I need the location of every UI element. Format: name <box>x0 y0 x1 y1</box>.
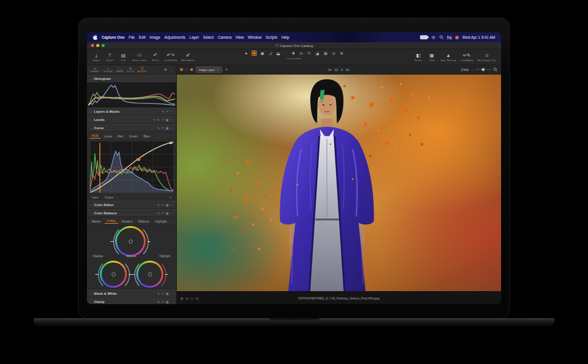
copy-icon[interactable]: ▦ <box>166 126 169 130</box>
exposure-warning-button[interactable]: ▲ Exp. Warning <box>441 53 456 62</box>
undo-redo-button[interactable]: ↶↷ Undo/Redo <box>164 53 177 62</box>
menu-item[interactable]: File <box>129 35 135 39</box>
proof-view-icon[interactable]: ▣ <box>190 68 193 72</box>
more-icon[interactable]: ⋯ <box>170 211 173 215</box>
zoom-level[interactable]: 176% <box>461 68 469 72</box>
select-tool[interactable]: ➤ <box>244 50 249 56</box>
clone-tool[interactable]: ⊙ <box>298 50 304 56</box>
close-window-button[interactable] <box>91 44 94 47</box>
panel-color-balance-header[interactable]: ⌄ Color Balance ✎↶▦⋯ <box>87 209 176 217</box>
zoom-slider-knob[interactable] <box>482 68 485 71</box>
control-center-icon[interactable] <box>447 36 452 39</box>
multi-view-icon[interactable]: ▦ <box>180 68 183 72</box>
compare-icon[interactable]: ◫ <box>190 296 193 300</box>
linear-gradient-tool[interactable]: ▤ <box>322 50 328 56</box>
menu-item[interactable]: Layer <box>190 35 199 39</box>
more-icon[interactable]: ⋯ <box>170 126 173 130</box>
add-layer-button[interactable]: + <box>226 68 228 72</box>
menu-item[interactable]: Image <box>150 35 160 39</box>
brush-icon[interactable]: ✎ <box>157 211 160 215</box>
info-icon[interactable]: ▥ <box>196 296 199 300</box>
zoom-slider[interactable] <box>476 69 491 70</box>
copy-icon[interactable]: ▦ <box>166 203 169 207</box>
reset-button[interactable]: ↶ Reset <box>151 53 160 62</box>
keystone-tool[interactable]: ⬓ <box>275 50 281 56</box>
tab-adjust[interactable]: ☰ ADJUST <box>137 67 147 73</box>
tab-shape[interactable]: ⬚ SHAPE <box>116 67 124 73</box>
share-online-button[interactable]: ⚇ Share online <box>132 53 147 62</box>
curve-chart[interactable] <box>89 140 174 193</box>
panel-clarity-header[interactable]: › Clarity ✎↶▦⋯ <box>87 298 176 304</box>
reset-icon[interactable]: ↶ <box>162 203 164 207</box>
thumb-view-icon[interactable]: ▦ <box>180 296 183 300</box>
reset-icon[interactable]: ↶ <box>162 118 164 122</box>
panel-layers-header[interactable]: › Layers & Masks ✎↶⋯ <box>87 107 176 116</box>
copy-icon[interactable]: ▦ <box>166 211 169 215</box>
color-balance-tab[interactable]: 3-Way <box>105 218 118 224</box>
reset-icon[interactable]: ↶ <box>162 211 164 215</box>
more-icon[interactable]: ⋯ <box>170 292 173 295</box>
panel-black-white-header[interactable]: › Black & White ✎↶▦⋯ <box>87 289 176 298</box>
copy-icon[interactable]: ▦ <box>166 300 169 304</box>
menu-item[interactable]: Select <box>203 35 214 39</box>
panel-curve-header[interactable]: ⌄ Curve ✎↶▦⋯ <box>87 124 176 132</box>
reset-icon[interactable]: ↶ <box>162 292 164 295</box>
wheel-center-handle[interactable] <box>148 272 152 277</box>
before-button[interactable]: ◧ Before <box>414 53 423 62</box>
brush-icon[interactable]: ✎ <box>157 203 160 207</box>
zoom-window-button[interactable] <box>102 44 105 47</box>
highlight-color-wheel[interactable] <box>136 261 163 288</box>
curve-channel-tab[interactable]: Green <box>127 134 140 139</box>
menu-item[interactable]: Edit <box>139 35 146 39</box>
curve-channel-tab[interactable]: Luma <box>102 134 114 139</box>
expand-tabs-icon[interactable]: » <box>164 67 167 72</box>
more-icon[interactable]: ⋯ <box>170 203 173 207</box>
menu-item[interactable]: Help <box>281 35 289 39</box>
apple-menu-icon[interactable] <box>93 35 98 40</box>
photo-viewer[interactable] <box>177 75 501 292</box>
tab-library[interactable]: ▱ LIBRARY <box>90 67 100 73</box>
brush-icon[interactable]: ✎ <box>157 118 160 122</box>
panel-color-editor-header[interactable]: › Color Editor ✎↶▦⋯ <box>87 201 176 209</box>
curve-channel-tab[interactable]: Red <box>115 134 126 139</box>
cull-button[interactable]: ▤ Cull <box>119 53 128 62</box>
menu-item[interactable]: Camera <box>218 35 231 39</box>
brush-icon[interactable]: ✎ <box>157 126 160 130</box>
curve-channel-tab[interactable]: RGB <box>89 133 100 139</box>
midtone-color-wheel[interactable] <box>115 226 146 257</box>
more-icon[interactable]: ⋯ <box>170 300 173 304</box>
my-capture-one-button[interactable]: ☺ My Capture One <box>478 53 496 62</box>
wheel-center-handle[interactable] <box>129 240 133 244</box>
color-balance-tab[interactable]: Master <box>89 219 103 224</box>
radial-gradient-tool[interactable]: ◎ <box>331 50 337 56</box>
menu-item[interactable]: Window <box>248 35 261 39</box>
brush-icon[interactable]: ✎ <box>157 300 160 304</box>
layer-selector[interactable]: Image Layer ⇕ <box>196 66 222 73</box>
straighten-tool[interactable]: ◿ <box>268 50 273 56</box>
heal-tool[interactable]: ✚ <box>291 50 296 56</box>
zoom-dropdown-icon[interactable]: ⌄ <box>471 68 473 71</box>
overflow-menu-icon[interactable]: ⋮ <box>169 68 173 72</box>
single-view-icon[interactable]: ▢ <box>185 68 189 72</box>
brush-icon[interactable]: ✎ <box>157 292 160 295</box>
shadow-color-wheel[interactable] <box>100 261 127 288</box>
grid-button[interactable]: ▦ Grid <box>427 53 436 62</box>
zoom-tool[interactable]: ⊕ <box>339 50 344 56</box>
auto-adjust-button[interactable]: ✐ Auto Adjust <box>182 53 194 62</box>
export-button[interactable]: ⤒ Export <box>105 53 115 62</box>
more-icon[interactable]: ⋯ <box>170 110 173 113</box>
reset-icon[interactable]: ↶ <box>166 110 169 113</box>
pan-tool[interactable]: ✥ <box>251 50 257 56</box>
reset-icon[interactable]: ↶ <box>162 300 164 304</box>
more-icon[interactable]: ⋯ <box>170 118 173 122</box>
magnifier-icon[interactable] <box>493 68 498 72</box>
tab-tether[interactable]: ⌁ TETHER <box>103 67 113 73</box>
copy-icon[interactable]: ▦ <box>166 292 169 295</box>
crop-tool[interactable]: ▣ <box>259 50 265 56</box>
spot-tool[interactable]: ◌ <box>284 50 288 56</box>
color-balance-tab[interactable]: Midtone <box>136 219 151 224</box>
menu-item[interactable]: Scripts <box>266 35 277 39</box>
color-balance-tab[interactable]: Shadow <box>119 219 135 224</box>
wheel-center-handle[interactable] <box>112 272 116 277</box>
status-app-icon[interactable] <box>455 36 459 39</box>
